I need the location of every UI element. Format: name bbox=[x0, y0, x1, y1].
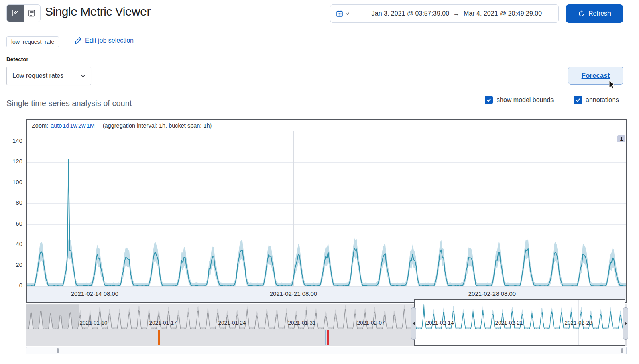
x-tick-1: 2021-02-21 08:00 bbox=[270, 290, 317, 297]
divider bbox=[0, 51, 639, 51]
zoom-option-1d[interactable]: 1d bbox=[63, 122, 69, 129]
main-series-svg bbox=[27, 131, 626, 286]
x-tick-0: 2021-02-14 08:00 bbox=[71, 290, 118, 297]
y-tick-60: 60 bbox=[0, 220, 22, 227]
refresh-label: Refresh bbox=[588, 10, 611, 17]
detector-select[interactable]: Low request rates bbox=[6, 67, 91, 85]
zoom-toolbar: Zoom: auto1d1w2w1M (aggregation interval… bbox=[32, 122, 212, 129]
y-tick-120: 120 bbox=[0, 158, 22, 165]
y-tick-0: 0 bbox=[0, 282, 22, 289]
calendar-icon bbox=[336, 10, 343, 17]
scrollbar-nub-left[interactable] bbox=[57, 348, 59, 353]
check-icon bbox=[575, 97, 581, 103]
view-toggle-group bbox=[6, 4, 41, 22]
zoom-links: auto1d1w2w1M bbox=[51, 122, 96, 129]
pencil-icon bbox=[75, 37, 82, 44]
page-title: Single Metric Viewer bbox=[45, 5, 151, 18]
context-label-5: 2021-02-14 bbox=[426, 320, 454, 326]
chevron-down-icon bbox=[345, 11, 350, 16]
line-chart-icon bbox=[11, 9, 20, 18]
timeline-scrollbar[interactable] bbox=[26, 347, 627, 354]
context-label-7: 2021-02-28 bbox=[564, 320, 592, 326]
zoom-option-2w[interactable]: 2w bbox=[78, 122, 86, 129]
context-label-4: 2021-02-07 bbox=[357, 320, 385, 326]
y-tick-80: 80 bbox=[0, 199, 22, 206]
annotations-label: annotations bbox=[586, 96, 619, 104]
zoom-option-auto[interactable]: auto bbox=[51, 122, 62, 129]
x-tick-2: 2021-02-28 08:00 bbox=[468, 290, 516, 297]
annotation-marker[interactable] bbox=[325, 330, 326, 345]
main-plot-area[interactable] bbox=[27, 131, 626, 286]
y-tick-140: 140 bbox=[0, 137, 22, 144]
divider bbox=[0, 31, 639, 31]
job-badge[interactable]: low_request_rate bbox=[6, 36, 59, 47]
aggregation-note: (aggregation interval: 1h, bucket span: … bbox=[103, 122, 212, 129]
time-range-start[interactable]: Jan 3, 2021 @ 03:57:39.00 bbox=[372, 10, 449, 17]
edit-job-selection[interactable]: Edit job selection bbox=[75, 37, 134, 44]
context-label-6: 2021-02-21 bbox=[495, 320, 523, 326]
annotation-badge[interactable]: 1 bbox=[617, 135, 625, 142]
show-model-bounds-checkbox-row[interactable]: show model bounds bbox=[485, 96, 554, 104]
table-view-button[interactable] bbox=[24, 5, 41, 22]
table-icon bbox=[27, 9, 36, 18]
main-timeseries-chart: Zoom: auto1d1w2w1M (aggregation interval… bbox=[26, 119, 627, 303]
y-tick-20: 20 bbox=[0, 261, 22, 268]
context-label-3: 2021-01-31 bbox=[288, 320, 315, 326]
triangle-right-icon bbox=[625, 321, 627, 325]
edit-link-label: Edit job selection bbox=[85, 37, 134, 44]
quick-select-button[interactable] bbox=[330, 5, 355, 22]
y-tick-100: 100 bbox=[0, 179, 22, 185]
show-model-bounds-label: show model bounds bbox=[497, 96, 554, 104]
context-label-1: 2021-01-17 bbox=[149, 320, 177, 326]
time-range-end[interactable]: Mar 4, 2021 @ 20:49:29.00 bbox=[464, 10, 542, 17]
zoom-label: Zoom: bbox=[32, 122, 48, 129]
context-label-0: 2021-01-10 bbox=[79, 320, 107, 326]
y-tick-40: 40 bbox=[0, 240, 22, 247]
mouse-cursor bbox=[608, 80, 617, 90]
context-label-2: 2021-01-24 bbox=[218, 320, 246, 326]
zoom-option-1w[interactable]: 1w bbox=[70, 122, 77, 129]
detector-label: Detector bbox=[6, 56, 28, 62]
chevron-down-icon bbox=[80, 73, 86, 79]
check-icon bbox=[486, 97, 492, 103]
section-heading: Single time series analysis of count bbox=[6, 99, 132, 108]
single-metric-viewer-page: Single Metric Viewer Jan 3, 2021 @ 03:57… bbox=[0, 0, 639, 364]
show-model-bounds-checkbox[interactable] bbox=[485, 96, 493, 104]
annotations-checkbox-row[interactable]: annotations bbox=[574, 96, 619, 104]
scrollbar-nub-right[interactable] bbox=[621, 348, 623, 353]
time-range-picker: Jan 3, 2021 @ 03:57:39.00 → Mar 4, 2021 … bbox=[330, 4, 559, 23]
chart-view-button[interactable] bbox=[7, 5, 24, 22]
brush-handle-right[interactable] bbox=[623, 307, 628, 340]
refresh-icon bbox=[578, 10, 585, 17]
time-range-arrow-icon: → bbox=[453, 10, 460, 17]
time-range-display: Jan 3, 2021 @ 03:57:39.00 → Mar 4, 2021 … bbox=[355, 5, 558, 22]
annotations-checkbox[interactable] bbox=[574, 96, 582, 104]
brush-handle-left[interactable] bbox=[411, 307, 416, 340]
triangle-left-icon bbox=[413, 321, 415, 325]
anomaly-marker[interactable] bbox=[327, 330, 329, 345]
anomaly-marker[interactable] bbox=[158, 330, 160, 345]
detector-selected-value: Low request rates bbox=[12, 72, 63, 79]
refresh-button[interactable]: Refresh bbox=[566, 4, 623, 23]
context-chart: 2021-01-102021-01-172021-01-242021-01-31… bbox=[26, 304, 627, 346]
zoom-option-1M[interactable]: 1M bbox=[87, 122, 95, 129]
